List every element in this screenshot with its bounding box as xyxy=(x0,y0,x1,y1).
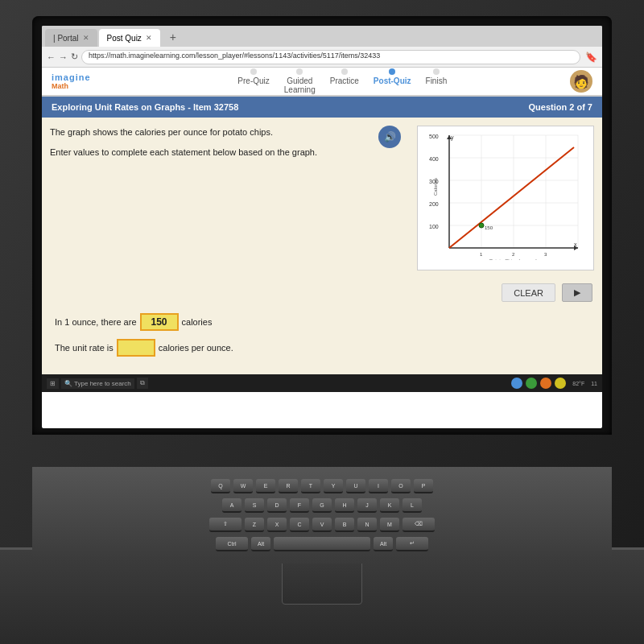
refresh-button[interactable]: ↻ xyxy=(71,52,78,62)
keyboard-row-3: ⇧ Z X C V B N M ⌫ xyxy=(209,518,435,532)
key-w[interactable]: W xyxy=(233,479,253,493)
search-bar[interactable]: 🔍 Type here to search xyxy=(61,378,134,389)
svg-point-21 xyxy=(479,223,484,228)
key-v[interactable]: V xyxy=(312,518,332,532)
nav-items: Pre-Quiz Guided Learning Practice Post-Q… xyxy=(115,68,570,94)
key-c[interactable]: C xyxy=(290,518,309,532)
answer-row2-pre: The unit rate is xyxy=(55,343,114,353)
key-u[interactable]: U xyxy=(346,479,365,493)
answer-input-2[interactable] xyxy=(117,339,155,357)
key-space[interactable] xyxy=(274,537,370,551)
trackpad[interactable] xyxy=(282,556,362,605)
question-number: Question 2 of 7 xyxy=(529,102,592,112)
avatar[interactable]: 🧑 xyxy=(570,70,592,93)
svg-text:200: 200 xyxy=(429,201,439,207)
tab-postquiz[interactable]: Post Quiz ✕ xyxy=(99,29,160,47)
answer-input-1[interactable] xyxy=(140,313,179,331)
answer-row2-post: calories per ounce. xyxy=(159,343,233,353)
key-n[interactable]: N xyxy=(357,518,377,532)
answer-row-2: The unit rate is calories per ounce. xyxy=(55,339,589,357)
key-f[interactable]: F xyxy=(290,498,309,513)
svg-text:2: 2 xyxy=(512,252,515,257)
key-alt[interactable]: Alt xyxy=(251,537,270,551)
forward-button[interactable]: → xyxy=(59,52,68,62)
key-enter[interactable]: ↵ xyxy=(396,537,428,551)
key-i[interactable]: I xyxy=(369,479,388,493)
browser-bar: ← → ↻ https://math.imaginelearning.com/l… xyxy=(42,47,602,68)
key-shift[interactable]: ⇧ xyxy=(209,518,242,532)
tab-close-postquiz[interactable]: ✕ xyxy=(146,34,152,42)
taskbar-icon-1 xyxy=(511,378,522,389)
svg-text:Potato Chips (ounces): Potato Chips (ounces) xyxy=(489,258,537,260)
svg-text:100: 100 xyxy=(429,224,439,229)
key-alt-right[interactable]: Alt xyxy=(374,537,393,551)
audio-button[interactable]: 🔊 xyxy=(378,126,401,148)
key-k[interactable]: K xyxy=(380,498,399,513)
logo-bottom: Math xyxy=(52,82,91,90)
key-q[interactable]: Q xyxy=(211,479,230,493)
graph-svg: 500 400 300 200 100 Calories 1 2 3 xyxy=(423,131,588,260)
section-title: Exploring Unit Rates on Graphs - Item 32… xyxy=(52,102,238,112)
answer-row1-post: calories xyxy=(182,317,213,327)
url-bar[interactable]: https://math.imaginelearning.com/lesson_… xyxy=(81,50,580,64)
nav-dot-finish xyxy=(433,68,440,75)
key-m[interactable]: M xyxy=(380,518,399,532)
key-a[interactable]: A xyxy=(222,498,242,513)
answer-row1-pre: In 1 ounce, there are xyxy=(55,317,137,327)
taskbar-icon-3 xyxy=(540,378,551,389)
svg-text:400: 400 xyxy=(429,156,439,162)
key-b[interactable]: B xyxy=(335,518,354,532)
logo-top: imagine xyxy=(52,72,91,82)
section-header: Exploring Unit Rates on Graphs - Item 32… xyxy=(42,97,602,118)
question-text-1: The graph shows the calories per ounce f… xyxy=(50,126,409,139)
keyboard-row-4: Ctrl Alt Alt ↵ xyxy=(216,537,428,551)
key-j[interactable]: J xyxy=(357,498,377,513)
key-y[interactable]: Y xyxy=(324,479,343,493)
key-p[interactable]: P xyxy=(414,479,433,493)
graph-container: 500 400 300 200 100 Calories 1 2 3 xyxy=(423,131,588,260)
key-s[interactable]: S xyxy=(245,498,264,513)
nav-dot-postquiz xyxy=(389,68,395,75)
new-tab-button[interactable]: + xyxy=(163,27,183,47)
key-t[interactable]: T xyxy=(301,479,320,493)
nav-finish[interactable]: Finish xyxy=(426,68,448,94)
clear-button[interactable]: CLEAR xyxy=(502,283,555,302)
key-l[interactable]: L xyxy=(402,498,422,513)
key-z[interactable]: Z xyxy=(245,518,264,532)
keyboard-row-1: Q W E R T Y U I O P xyxy=(211,479,433,493)
key-x[interactable]: X xyxy=(267,518,287,532)
key-g[interactable]: G xyxy=(312,498,332,513)
tab-close-portal[interactable]: ✕ xyxy=(83,34,89,42)
nav-post-quiz[interactable]: Post-Quiz xyxy=(374,68,411,94)
nav-dot-practice xyxy=(341,68,348,75)
svg-text:150: 150 xyxy=(485,225,493,230)
key-ctrl[interactable]: Ctrl xyxy=(216,537,248,551)
browser-tabs: | Portal ✕ Post Quiz ✕ + xyxy=(42,26,602,47)
svg-text:500: 500 xyxy=(429,134,439,139)
graph-panel: 500 400 300 200 100 Calories 1 2 3 xyxy=(417,126,594,270)
left-panel: 🔊 The graph shows the calories per ounce… xyxy=(50,126,409,270)
key-d[interactable]: D xyxy=(267,498,287,513)
svg-text:y: y xyxy=(451,134,454,141)
start-button[interactable]: ⊞ xyxy=(47,378,59,389)
nav-dot-prequiz xyxy=(250,68,257,75)
extension-icon: 🔖 xyxy=(585,52,597,63)
next-button[interactable]: ▶ xyxy=(562,283,592,302)
task-view[interactable]: ⧉ xyxy=(137,378,148,389)
key-r[interactable]: R xyxy=(279,479,298,493)
nav-guided-learning[interactable]: Guided Learning xyxy=(284,68,316,94)
nav-practice[interactable]: Practice xyxy=(330,68,359,94)
taskbar: ⊞ 🔍 Type here to search ⧉ 82°F 11 xyxy=(42,374,602,392)
key-backspace[interactable]: ⌫ xyxy=(402,518,435,532)
nav-pre-quiz[interactable]: Pre-Quiz xyxy=(237,68,269,94)
tab-portal[interactable]: | Portal ✕ xyxy=(45,29,97,47)
key-h[interactable]: H xyxy=(335,498,354,513)
svg-text:Calories: Calories xyxy=(433,178,438,196)
key-o[interactable]: O xyxy=(391,479,411,493)
answer-section: In 1 ounce, there are calories The unit … xyxy=(42,307,602,374)
key-e[interactable]: E xyxy=(256,479,275,493)
nav-dot-guided xyxy=(296,68,303,75)
keyboard-row-2: A S D F G H J K L xyxy=(222,498,422,513)
back-button[interactable]: ← xyxy=(47,52,56,62)
screen-content: | Portal ✕ Post Quiz ✕ + ← → ↻ https://m… xyxy=(42,26,602,428)
